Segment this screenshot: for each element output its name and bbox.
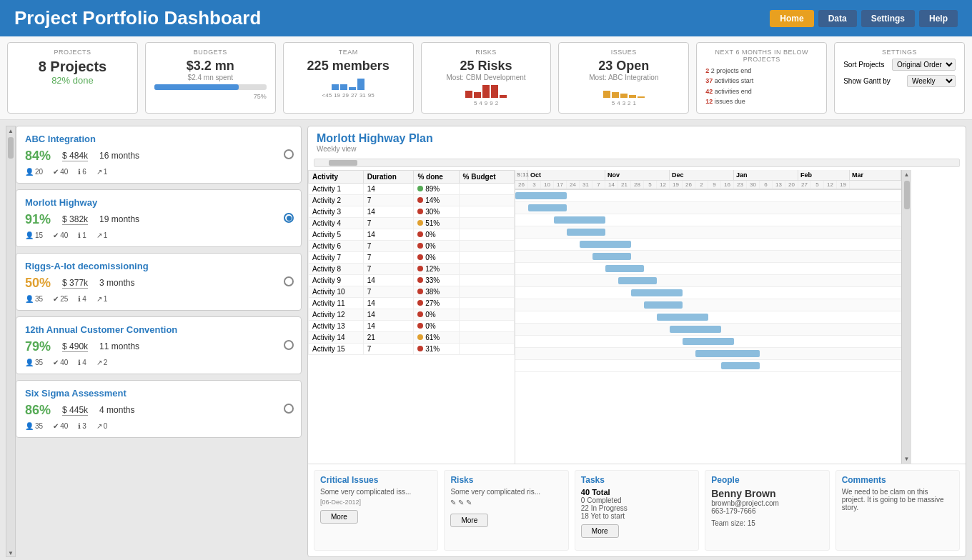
gantt-bar-5 [592,253,631,260]
kpi-next6-label: Next 6 months in below projects [705,49,818,63]
project-card-2[interactable]: Riggs-A-lot decomissioning 50% $ 377k 3 … [16,253,302,311]
project-name-1: Morlott Highway [25,197,292,208]
gantt-bar-2 [554,216,605,224]
act-name-10: Activity 11 [309,297,364,309]
gantt-scroll-bar[interactable] [314,159,960,167]
kpi-next6-content: 2 2 projects end 37 activities start 42 … [705,66,818,107]
gantt-subtitle: Weekly view [317,145,957,153]
nav-help-button[interactable]: Help [919,10,958,27]
nav-data-button[interactable]: Data [818,10,857,27]
act-duration-1: 7 [363,194,414,206]
act-pct-5: 0% [414,240,459,251]
gantt-week-14: 2 [695,181,708,189]
kpi-next6-line3: activities end [715,88,752,95]
project-card-0[interactable]: ABC Integration 84% $ 484k 16 months 👤 2… [16,126,302,184]
gantt-bar-row-5 [515,251,901,263]
project-issues-2: ℹ 4 [78,295,86,303]
project-pct-1: 91% [25,212,51,227]
gantt-scroll-vertical[interactable]: ▲▼ [901,170,911,464]
tasks-yettostart-line: 18 Yet to start [581,512,693,520]
act-budget-3 [459,217,514,229]
act-name-12: Activity 13 [309,320,364,331]
scroll-up-icon[interactable]: ▲ [8,128,14,134]
nav-settings-button[interactable]: Settings [861,10,915,27]
project-card-4[interactable]: Six Sigma Assessment 86% $ 445k 4 months… [16,380,302,438]
project-radio-4[interactable] [284,404,294,414]
gantt-bar-1 [528,204,567,211]
gantt-bar-row-2 [515,214,901,226]
project-people-2: 👤 35 [25,295,43,303]
gantt-row-11: Activity 12 14 0% [309,309,515,320]
gantt-week-15: 9 [708,181,721,189]
kpi-team-labels: <451929273195 [292,92,405,99]
act-pct-3: 51% [414,217,459,229]
risks-more-button[interactable]: More [450,514,488,527]
scroll-left[interactable]: ▲ ▼ [6,126,16,557]
gantt-bar-row-12 [515,336,901,348]
tasks-more-button[interactable]: More [581,524,619,538]
gantt-bar-row-14 [515,360,901,372]
project-radio-3[interactable] [284,340,294,350]
act-name-6: Activity 7 [309,251,364,263]
kpi-team-label: TEAM [292,49,405,56]
gantt-select[interactable]: Weekly Monthly Quarterly [907,75,956,87]
project-risks-3: ↗ 2 [96,359,108,366]
project-radio-1[interactable] [284,213,294,223]
tasks-yettostart-label: Yet to start [591,512,625,520]
act-duration-9: 7 [363,286,414,297]
kpi-risks-labels: 54992 [430,100,542,106]
scroll-v-up[interactable]: ▲ [904,171,910,178]
project-radio-0[interactable] [284,149,294,159]
project-card-3[interactable]: 12th Annual Customer Convention 79% $ 49… [16,316,302,374]
project-card-1[interactable]: Morlott Highway 91% $ 382k 19 months 👤 1… [16,189,302,247]
risks-text: Some very complicated ris... [450,488,562,496]
kpi-next6-line2a: 37 [705,77,713,84]
tasks-inprogress: 22 [581,504,589,512]
gantt-week-24: 12 [824,181,837,189]
gantt-bar-row-8 [515,287,901,299]
act-budget-4 [459,229,514,240]
gantt-month-5: Mar [850,170,901,180]
project-people-0: 👤 20 [25,168,43,176]
kpi-settings-label: SETTINGS [843,49,956,56]
scroll-v-down[interactable]: ▼ [904,456,910,462]
gantt-week-25: 19 [837,181,850,189]
gantt-row-13: Activity 14 21 61% [309,331,515,343]
act-pct-1: 14% [414,194,459,206]
gantt-week-11: 12 [657,181,670,189]
gantt-week-23: 5 [811,181,824,189]
header: Project Portfolio Dashboard Home Data Se… [0,0,972,36]
critical-issues-more-button[interactable]: More [320,510,358,524]
act-name-13: Activity 14 [309,331,364,343]
act-pct-2: 30% [414,206,459,217]
act-budget-6 [459,251,514,263]
sort-select[interactable]: Original Order By Name By Budget By Prog… [892,59,956,71]
gantt-week-21: 20 [785,181,798,189]
col-pct-done: % done [414,170,459,183]
scroll-down-icon[interactable]: ▼ [8,550,14,556]
critical-issues-card: Critical Issues Some very complicated is… [314,470,438,551]
nav-home-button[interactable]: Home [770,10,813,27]
act-name-5: Activity 6 [309,240,364,251]
project-radio-2[interactable] [284,276,294,286]
project-duration-1: 19 months [99,214,139,224]
kpi-risks-chart [430,84,542,98]
gantt-row-2: Activity 3 14 30% [309,206,515,217]
kpi-budgets: BUDGETS $3.2 mn $2.4 mn spent 75% [145,42,276,114]
act-duration-2: 14 [363,206,414,217]
gantt-scroll-thumb [329,160,357,166]
act-duration-8: 14 [363,274,414,286]
gantt-label: Show Gantt by [843,77,891,85]
tasks-total-label: Total [592,488,610,496]
tasks-title: Tasks [581,475,693,485]
kpi-issues-chart [567,84,680,98]
act-pct-7: 12% [414,263,459,274]
act-duration-10: 14 [363,297,414,309]
gantt-bar-row-9 [515,299,901,311]
act-name-0: Activity 1 [309,183,364,194]
gantt-row-8: Activity 9 14 33% [309,274,515,286]
gantt-week-6: 7 [592,181,605,189]
gantt-bar-10 [657,314,708,321]
kpi-settings: SETTINGS Sort Projects Original Order By… [834,42,965,114]
bottom-section: Critical Issues Some very complicated is… [308,464,966,556]
